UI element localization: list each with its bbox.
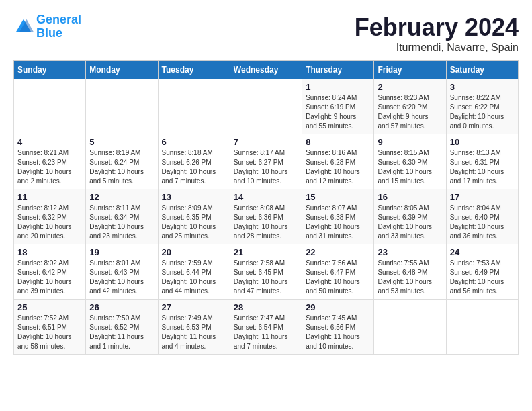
calendar-cell: 26Sunrise: 7:50 AM Sunset: 6:52 PM Dayli… <box>86 300 158 355</box>
day-number: 10 <box>450 137 515 147</box>
day-number: 5 <box>89 137 154 147</box>
calendar-cell: 1Sunrise: 8:24 AM Sunset: 6:19 PM Daylig… <box>302 79 374 134</box>
day-info: Sunrise: 8:08 AM Sunset: 6:36 PM Dayligh… <box>234 203 298 241</box>
day-number: 4 <box>17 137 82 147</box>
calendar-cell: 22Sunrise: 7:56 AM Sunset: 6:47 PM Dayli… <box>302 244 374 300</box>
day-number: 3 <box>450 82 515 92</box>
calendar-cell <box>230 79 302 134</box>
calendar-cell <box>374 300 446 355</box>
calendar-cell: 2Sunrise: 8:23 AM Sunset: 6:20 PM Daylig… <box>374 79 446 134</box>
calendar-cell: 7Sunrise: 8:17 AM Sunset: 6:27 PM Daylig… <box>230 134 302 189</box>
calendar-cell: 20Sunrise: 7:59 AM Sunset: 6:44 PM Dayli… <box>158 244 230 300</box>
calendar-cell: 24Sunrise: 7:53 AM Sunset: 6:49 PM Dayli… <box>446 244 518 300</box>
day-number: 13 <box>162 192 226 202</box>
day-info: Sunrise: 8:24 AM Sunset: 6:19 PM Dayligh… <box>306 93 370 131</box>
day-info: Sunrise: 7:52 AM Sunset: 6:51 PM Dayligh… <box>17 314 82 351</box>
day-info: Sunrise: 8:17 AM Sunset: 6:27 PM Dayligh… <box>234 148 298 186</box>
day-info: Sunrise: 7:59 AM Sunset: 6:44 PM Dayligh… <box>162 259 226 296</box>
day-number: 7 <box>234 137 298 147</box>
calendar-cell: 15Sunrise: 8:07 AM Sunset: 6:38 PM Dayli… <box>302 189 374 244</box>
calendar-week-row: 4Sunrise: 8:21 AM Sunset: 6:23 PM Daylig… <box>14 134 519 189</box>
calendar-cell <box>446 300 518 355</box>
title-area: February 2024 Iturmendi, Navarre, Spain <box>355 13 519 54</box>
day-number: 24 <box>450 247 515 257</box>
calendar-cell: 25Sunrise: 7:52 AM Sunset: 6:51 PM Dayli… <box>14 300 86 355</box>
calendar-cell: 10Sunrise: 8:13 AM Sunset: 6:31 PM Dayli… <box>446 134 518 189</box>
day-number: 9 <box>378 137 442 147</box>
day-info: Sunrise: 8:11 AM Sunset: 6:34 PM Dayligh… <box>89 203 154 241</box>
day-info: Sunrise: 8:04 AM Sunset: 6:40 PM Dayligh… <box>450 203 515 241</box>
weekday-header-row: SundayMondayTuesdayWednesdayThursdayFrid… <box>14 61 519 79</box>
logo: General Blue <box>13 13 81 40</box>
calendar-cell: 6Sunrise: 8:18 AM Sunset: 6:26 PM Daylig… <box>158 134 230 189</box>
weekday-header-wednesday: Wednesday <box>230 61 302 79</box>
calendar-cell <box>86 79 158 134</box>
day-info: Sunrise: 8:02 AM Sunset: 6:42 PM Dayligh… <box>17 259 82 296</box>
day-number: 12 <box>89 192 154 202</box>
logo-line1: General <box>36 13 81 26</box>
day-info: Sunrise: 7:58 AM Sunset: 6:45 PM Dayligh… <box>234 259 298 296</box>
day-number: 8 <box>306 137 370 147</box>
weekday-header-friday: Friday <box>374 61 446 79</box>
day-number: 19 <box>89 247 154 257</box>
calendar-cell: 16Sunrise: 8:05 AM Sunset: 6:39 PM Dayli… <box>374 189 446 244</box>
weekday-header-monday: Monday <box>86 61 158 79</box>
day-number: 17 <box>450 192 515 202</box>
calendar-cell: 9Sunrise: 8:15 AM Sunset: 6:30 PM Daylig… <box>374 134 446 189</box>
calendar-cell: 11Sunrise: 8:12 AM Sunset: 6:32 PM Dayli… <box>14 189 86 244</box>
day-info: Sunrise: 7:53 AM Sunset: 6:49 PM Dayligh… <box>450 259 515 296</box>
day-info: Sunrise: 8:16 AM Sunset: 6:28 PM Dayligh… <box>306 148 370 186</box>
day-number: 21 <box>234 247 298 257</box>
weekday-header-sunday: Sunday <box>14 61 86 79</box>
day-info: Sunrise: 7:47 AM Sunset: 6:54 PM Dayligh… <box>234 314 298 351</box>
day-number: 28 <box>234 302 298 312</box>
calendar-cell: 21Sunrise: 7:58 AM Sunset: 6:45 PM Dayli… <box>230 244 302 300</box>
day-info: Sunrise: 8:23 AM Sunset: 6:20 PM Dayligh… <box>378 93 442 131</box>
day-info: Sunrise: 8:12 AM Sunset: 6:32 PM Dayligh… <box>17 203 82 241</box>
day-number: 18 <box>17 247 82 257</box>
weekday-header-tuesday: Tuesday <box>158 61 230 79</box>
day-number: 14 <box>234 192 298 202</box>
day-info: Sunrise: 8:18 AM Sunset: 6:26 PM Dayligh… <box>162 148 226 186</box>
page-header: General Blue February 2024 Iturmendi, Na… <box>13 13 519 54</box>
day-info: Sunrise: 8:21 AM Sunset: 6:23 PM Dayligh… <box>17 148 82 186</box>
day-info: Sunrise: 7:45 AM Sunset: 6:56 PM Dayligh… <box>306 314 370 351</box>
month-title: February 2024 <box>355 13 519 42</box>
day-number: 6 <box>162 137 226 147</box>
day-info: Sunrise: 8:13 AM Sunset: 6:31 PM Dayligh… <box>450 148 515 186</box>
calendar-cell: 4Sunrise: 8:21 AM Sunset: 6:23 PM Daylig… <box>14 134 86 189</box>
calendar-week-row: 1Sunrise: 8:24 AM Sunset: 6:19 PM Daylig… <box>14 79 519 134</box>
day-number: 1 <box>306 82 370 92</box>
day-info: Sunrise: 8:19 AM Sunset: 6:24 PM Dayligh… <box>89 148 154 186</box>
calendar-week-row: 18Sunrise: 8:02 AM Sunset: 6:42 PM Dayli… <box>14 244 519 300</box>
calendar-cell <box>14 79 86 134</box>
day-number: 16 <box>378 192 442 202</box>
day-info: Sunrise: 7:55 AM Sunset: 6:48 PM Dayligh… <box>378 259 442 296</box>
logo-text: General Blue <box>36 13 81 40</box>
calendar-cell: 19Sunrise: 8:01 AM Sunset: 6:43 PM Dayli… <box>86 244 158 300</box>
day-info: Sunrise: 7:56 AM Sunset: 6:47 PM Dayligh… <box>306 259 370 296</box>
calendar-week-row: 25Sunrise: 7:52 AM Sunset: 6:51 PM Dayli… <box>14 300 519 355</box>
calendar-cell: 5Sunrise: 8:19 AM Sunset: 6:24 PM Daylig… <box>86 134 158 189</box>
calendar-cell: 28Sunrise: 7:47 AM Sunset: 6:54 PM Dayli… <box>230 300 302 355</box>
calendar-cell: 3Sunrise: 8:22 AM Sunset: 6:22 PM Daylig… <box>446 79 518 134</box>
day-number: 29 <box>306 302 370 312</box>
calendar-cell: 23Sunrise: 7:55 AM Sunset: 6:48 PM Dayli… <box>374 244 446 300</box>
day-info: Sunrise: 7:49 AM Sunset: 6:53 PM Dayligh… <box>162 314 226 351</box>
day-number: 22 <box>306 247 370 257</box>
calendar-cell <box>158 79 230 134</box>
calendar-cell: 14Sunrise: 8:08 AM Sunset: 6:36 PM Dayli… <box>230 189 302 244</box>
day-info: Sunrise: 8:22 AM Sunset: 6:22 PM Dayligh… <box>450 93 515 131</box>
day-number: 27 <box>162 302 226 312</box>
day-info: Sunrise: 7:50 AM Sunset: 6:52 PM Dayligh… <box>89 314 154 351</box>
day-number: 20 <box>162 247 226 257</box>
day-number: 2 <box>378 82 442 92</box>
day-number: 25 <box>17 302 82 312</box>
day-info: Sunrise: 8:05 AM Sunset: 6:39 PM Dayligh… <box>378 203 442 241</box>
calendar-cell: 17Sunrise: 8:04 AM Sunset: 6:40 PM Dayli… <box>446 189 518 244</box>
weekday-header-thursday: Thursday <box>302 61 374 79</box>
calendar-cell: 18Sunrise: 8:02 AM Sunset: 6:42 PM Dayli… <box>14 244 86 300</box>
logo-line2: Blue <box>36 26 62 40</box>
day-number: 15 <box>306 192 370 202</box>
calendar-week-row: 11Sunrise: 8:12 AM Sunset: 6:32 PM Dayli… <box>14 189 519 244</box>
